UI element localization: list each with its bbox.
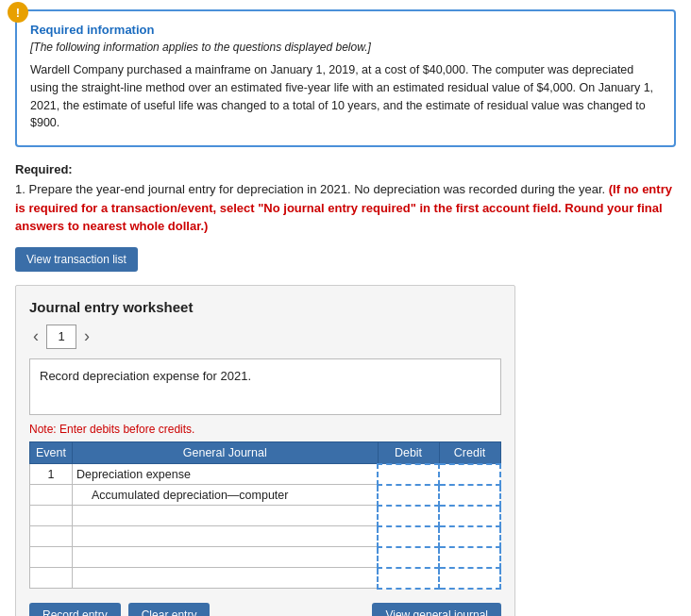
cell-debit[interactable] <box>378 547 439 568</box>
clear-entry-button[interactable]: Clear entry <box>128 603 211 617</box>
table-row <box>30 547 501 568</box>
cell-debit[interactable] <box>378 506 439 526</box>
journal-table: Event General Journal Debit Credit 1Depr… <box>29 441 501 590</box>
table-row: 1Depreciation expense <box>30 464 501 485</box>
cell-event: 1 <box>30 464 73 485</box>
cell-general-journal[interactable] <box>73 568 379 589</box>
cell-credit[interactable] <box>439 568 500 589</box>
required-number: 1. <box>15 182 25 196</box>
view-general-journal-button[interactable]: View general journal <box>372 603 501 617</box>
col-header-event: Event <box>30 441 73 464</box>
col-header-debit: Debit <box>378 441 439 464</box>
table-row <box>30 506 501 526</box>
cell-credit[interactable] <box>439 485 500 506</box>
record-entry-button[interactable]: Record entry <box>29 603 121 617</box>
bottom-buttons: Record entry Clear entry View general jo… <box>29 603 501 617</box>
required-label: Required: <box>15 162 676 176</box>
cell-event <box>30 526 73 547</box>
cell-general-journal[interactable]: Accumulated depreciation—computer <box>73 485 379 506</box>
worksheet-container: Journal entry worksheet ‹ 1 › Record dep… <box>15 285 515 617</box>
next-page-button[interactable]: › <box>80 326 93 346</box>
cell-credit[interactable] <box>439 526 500 547</box>
cell-general-journal[interactable] <box>73 526 379 547</box>
prev-page-button[interactable]: ‹ <box>29 326 42 346</box>
cell-event <box>30 485 73 506</box>
info-box: ! Required information [The following in… <box>15 9 676 147</box>
cell-event <box>30 568 73 589</box>
cell-general-journal[interactable] <box>73 506 379 526</box>
table-row <box>30 568 501 589</box>
info-title: Required information <box>30 23 661 37</box>
view-transaction-list-button[interactable]: View transaction list <box>15 247 138 272</box>
worksheet-title: Journal entry worksheet <box>29 299 501 315</box>
nav-row: ‹ 1 › <box>29 325 501 349</box>
cell-credit[interactable] <box>439 464 500 485</box>
cell-general-journal[interactable]: Depreciation expense <box>73 464 379 485</box>
cell-event <box>30 547 73 568</box>
table-row <box>30 526 501 547</box>
note-text: Note: Enter debits before credits. <box>29 423 501 436</box>
col-header-credit: Credit <box>439 441 500 464</box>
required-body: Prepare the year-end journal entry for d… <box>28 182 605 196</box>
info-body: Wardell Company purchased a mainframe on… <box>30 61 661 132</box>
cell-debit[interactable] <box>378 568 439 589</box>
cell-credit[interactable] <box>439 547 500 568</box>
info-subtitle: [The following information applies to th… <box>30 41 661 54</box>
cell-general-journal[interactable] <box>73 547 379 568</box>
info-icon: ! <box>8 2 28 23</box>
cell-debit[interactable] <box>378 464 439 485</box>
col-header-general: General Journal <box>73 441 379 464</box>
cell-credit[interactable] <box>439 506 500 526</box>
cell-debit[interactable] <box>378 526 439 547</box>
cell-debit[interactable] <box>378 485 439 506</box>
cell-event <box>30 506 73 526</box>
table-row: Accumulated depreciation—computer <box>30 485 501 506</box>
required-text: 1. Prepare the year-end journal entry fo… <box>15 180 676 236</box>
required-section: Required: 1. Prepare the year-end journa… <box>15 162 676 236</box>
page-number: 1 <box>46 325 76 349</box>
description-box: Record depreciation expense for 2021. <box>29 358 501 415</box>
